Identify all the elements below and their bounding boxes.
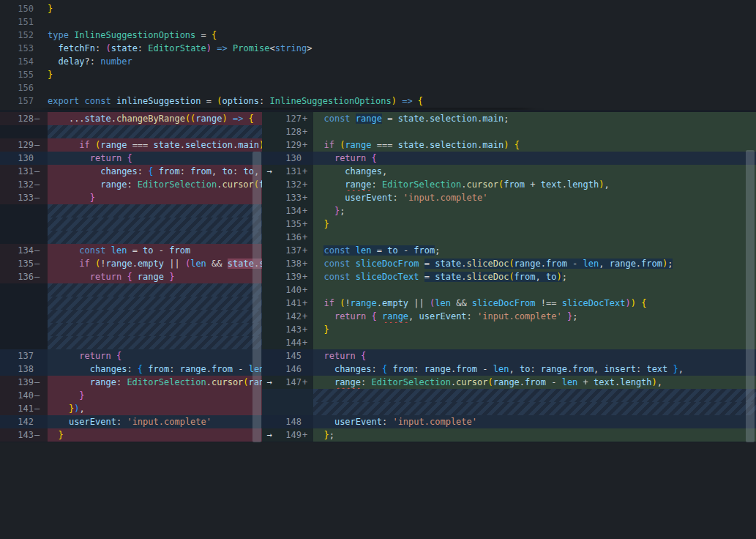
line-number: 143 [277, 323, 302, 336]
code-line-144: 144+ [262, 336, 756, 349]
diff-gap-row [0, 336, 262, 349]
diff-gap-row [0, 297, 262, 310]
line-number: 143 [0, 428, 34, 442]
code-line-133: 133— } [0, 191, 262, 204]
diff-gap-row [0, 283, 262, 297]
line-number: 146 [277, 363, 302, 376]
diff-gap-row [0, 231, 262, 244]
left-pane-scrollbar[interactable] [252, 152, 261, 442]
line-number: 155 [0, 68, 34, 81]
code-line-130: 130 return { [0, 152, 262, 165]
line-number: 141 [277, 297, 302, 310]
diff-gap-row [262, 389, 756, 402]
line-number: 133 [0, 191, 34, 204]
code-line-142: 142+ return { range, userEvent: 'input.c… [262, 310, 756, 323]
diff-original-pane[interactable]: 128— ...state.changeByRange((range) => {… [0, 112, 262, 442]
line-number: 128 [0, 112, 34, 125]
code-line-156: 156 [0, 81, 756, 94]
line-number: 137 [277, 244, 302, 257]
code-line-129: 129— if (range === state.selection.main)… [0, 138, 262, 152]
line-number [0, 323, 34, 336]
line-number: 132 [277, 178, 302, 191]
code-line-145: 145 return { [262, 349, 756, 363]
line-number: 150 [0, 2, 34, 15]
line-number: 156 [0, 81, 34, 94]
code-line-153: 153 fetchFn: (state: EditorState) => Pro… [0, 42, 756, 55]
line-number [0, 231, 34, 244]
line-number: 135 [0, 257, 34, 270]
line-number: 152 [0, 29, 34, 42]
line-number: 134 [277, 204, 302, 218]
right-pane-scrollbar[interactable] [746, 150, 755, 442]
code-line-127: 127+ const range = state.selection.main; [262, 112, 756, 125]
code-line-140: 140— } [0, 389, 262, 402]
line-number: 151 [0, 15, 34, 29]
code-line-150: 150} [0, 2, 756, 15]
code-line-137: 137 return { [0, 349, 262, 363]
code-line-155: 155} [0, 68, 756, 81]
code-line-134: 134+ }; [262, 204, 756, 218]
code-line-149: →149+ }; [262, 428, 756, 442]
diff-gap-row [0, 218, 262, 231]
code-line-128: 128+ [262, 125, 756, 138]
code-line-139: 139+ const sliceDocText = state.sliceDoc… [262, 270, 756, 283]
line-number [0, 218, 34, 231]
diff-gap-row [0, 323, 262, 336]
line-number: 138 [0, 363, 34, 376]
line-number [0, 204, 34, 218]
line-number: 137 [0, 349, 34, 363]
line-number: 129 [277, 138, 302, 152]
line-number [0, 336, 34, 349]
line-number: 147 [277, 376, 302, 389]
line-number: 153 [0, 42, 34, 55]
line-number: 127 [277, 112, 302, 125]
line-number: 129 [0, 138, 34, 152]
line-number: 132 [0, 178, 34, 191]
line-number: 142 [277, 310, 302, 323]
reveal-arrow-icon[interactable]: → [262, 376, 277, 389]
line-number [0, 297, 34, 310]
diff-gap-row [262, 402, 756, 415]
line-number [0, 283, 34, 297]
line-number: 140 [0, 389, 34, 402]
code-line-140: 140+ [262, 283, 756, 297]
line-number [277, 402, 302, 415]
diff-editor-screen: 122 }123 ])124) 接受 放弃 [0, 0, 756, 539]
line-number: 131 [277, 165, 302, 178]
code-line-133: 133+ userEvent: 'input.complete' [262, 191, 756, 204]
diff-gap-row [0, 310, 262, 323]
code-line-137: 137+ const len = to - from; [262, 244, 756, 257]
line-number: 157 [0, 94, 34, 108]
diff-view: 128— ...state.changeByRange((range) => {… [0, 110, 756, 442]
code-line-154: 154 delay?: number [0, 55, 756, 68]
code-line-134: 134— const len = to - from [0, 244, 262, 257]
line-number: 130 [277, 152, 302, 165]
code-line-129: 129+ if (range === state.selection.main)… [262, 138, 756, 152]
line-number [0, 125, 34, 138]
code-line-130: 130 return { [262, 152, 756, 165]
line-number: 128 [277, 125, 302, 138]
line-number: 130 [0, 152, 34, 165]
reveal-arrow-icon[interactable]: → [262, 165, 277, 178]
code-line-131: →131+ changes, [262, 165, 756, 178]
line-number: 134 [0, 244, 34, 257]
line-number: 139 [0, 376, 34, 389]
line-number: 131 [0, 165, 34, 178]
code-line-143: 143— } [0, 428, 262, 442]
reveal-arrow-icon[interactable]: → [262, 428, 277, 442]
line-number: 149 [277, 428, 302, 442]
line-number: 142 [0, 415, 34, 428]
line-number: 135 [277, 218, 302, 231]
line-number [277, 389, 302, 402]
diff-gap-row [0, 204, 262, 218]
diff-modified-pane[interactable]: 127+ const range = state.selection.main;… [262, 112, 756, 442]
line-number: 139 [277, 270, 302, 283]
code-line-146: 146 changes: { from: range.from - len, t… [262, 363, 756, 376]
code-line-139: 139— range: EditorSelection.cursor(range… [0, 376, 262, 389]
line-number [0, 310, 34, 323]
line-number: 133 [277, 191, 302, 204]
line-number: 138 [277, 257, 302, 270]
code-line-148: 148 userEvent: 'input.complete' [262, 415, 756, 428]
editor-bottom-section[interactable]: 150}151152type InlineSuggestionOptions =… [0, 0, 756, 108]
code-line-157: 157export const inlineSuggestion = (opti… [0, 94, 756, 108]
